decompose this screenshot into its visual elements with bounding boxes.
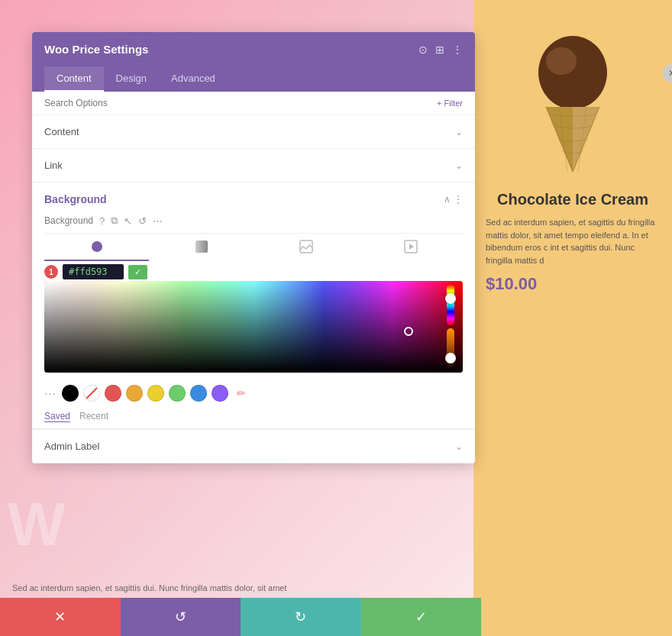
swatch-more-icon[interactable]: ···	[44, 386, 56, 402]
tab-content[interactable]: Content	[44, 66, 104, 92]
color-picker-wrap[interactable]	[44, 281, 463, 373]
swatch-yellow[interactable]	[147, 385, 164, 402]
search-bar: + Filter	[32, 92, 475, 115]
link-chevron-icon: ⌄	[455, 160, 463, 171]
collapse-icon[interactable]: ∧	[444, 194, 451, 205]
opacity-thumb	[445, 353, 456, 363]
swatch-blue[interactable]	[190, 385, 207, 402]
svg-point-0	[538, 36, 607, 109]
filter-button[interactable]: + Filter	[437, 98, 463, 108]
reset-button[interactable]: ↺	[121, 598, 241, 636]
bottom-bar: ✕ ↺ ↻ ✓	[0, 598, 481, 636]
link-section-label: Link	[44, 160, 63, 171]
hue-slider[interactable]	[447, 284, 454, 325]
swatch-red[interactable]	[105, 385, 121, 402]
tab-advanced[interactable]: Advanced	[159, 66, 228, 92]
help-icon[interactable]: ?	[99, 215, 105, 227]
product-image	[519, 23, 626, 176]
background-section: Background ∧ ⋮ Background ? ⧉ ↖ ↺ ⋯	[32, 182, 475, 429]
options-icon[interactable]: ⋯	[153, 215, 163, 227]
color-type-solid[interactable]	[44, 234, 149, 261]
columns-icon[interactable]: ⊞	[435, 44, 444, 56]
content-section-label: Content	[44, 126, 79, 137]
product-description: Sed ac interdum sapien, et sagittis du f…	[473, 208, 672, 274]
saved-recent-tabs: Saved Recent	[32, 408, 475, 428]
swatch-green[interactable]	[169, 385, 186, 402]
fullscreen-icon[interactable]: ⊙	[418, 44, 428, 56]
panel-tabs: Content Design Advanced	[32, 66, 475, 92]
redo-icon: ↻	[295, 609, 306, 625]
hue-thumb	[445, 293, 456, 304]
page-bottom-text: Sed ac interdum sapien, et sagittis dui.…	[0, 583, 481, 594]
background-section-header: Background ∧ ⋮	[32, 182, 475, 211]
confirm-button[interactable]: ✓	[361, 598, 482, 636]
background-more-icon[interactable]: ⋮	[454, 194, 463, 205]
more-icon[interactable]: ⋮	[452, 44, 463, 56]
y-decoration: W	[8, 489, 66, 560]
hex-input-row: 1 ✓	[44, 264, 463, 279]
settings-panel: Woo Price Settings ⊙ ⊞ ⋮ Content Design …	[32, 32, 475, 463]
panel-title: Woo Price Settings	[44, 43, 148, 56]
cursor-icon[interactable]: ↖	[124, 215, 132, 227]
svg-marker-12	[409, 244, 414, 250]
svg-point-8	[92, 241, 102, 252]
saved-tab[interactable]: Saved	[44, 411, 70, 422]
product-title: Chocolate Ice Cream	[497, 191, 648, 208]
hex-input[interactable]	[63, 264, 124, 279]
background-controls: Background ? ⧉ ↖ ↺ ⋯	[32, 211, 475, 233]
gradient-canvas[interactable]	[44, 281, 463, 373]
swatch-transparent[interactable]	[83, 385, 100, 402]
swatch-orange[interactable]	[126, 385, 143, 402]
gradient-overlay-black	[44, 281, 463, 373]
admin-label-section-header[interactable]: Admin Label ⌄	[32, 429, 475, 463]
color-type-image[interactable]	[254, 234, 358, 261]
product-image-wrap	[504, 15, 641, 183]
gradient-bg	[44, 281, 463, 373]
svg-rect-9	[195, 241, 208, 253]
cancel-icon: ✕	[54, 609, 66, 625]
content-section-header[interactable]: Content ⌄	[32, 115, 475, 149]
color-type-tabs	[44, 233, 463, 261]
reset-icon[interactable]: ↺	[138, 215, 147, 227]
swatches-row: ··· ✏	[32, 379, 475, 408]
background-section-icons: ∧ ⋮	[444, 194, 463, 205]
copy-icon[interactable]: ⧉	[111, 215, 118, 227]
redo-button[interactable]: ↻	[241, 598, 361, 636]
background-label: Background	[44, 215, 93, 226]
swatch-pencil-icon[interactable]: ✏	[233, 385, 250, 402]
panel-body: Content ⌄ Link ⌄ Background ∧ ⋮ Backgrou…	[32, 115, 475, 463]
product-panel: Chocolate Ice Cream Sed ac interdum sapi…	[473, 0, 672, 636]
admin-label-chevron-icon: ⌄	[455, 441, 463, 452]
color-type-gradient[interactable]	[149, 234, 254, 261]
panel-header: Woo Price Settings ⊙ ⊞ ⋮	[32, 32, 475, 66]
reset-icon: ↺	[175, 609, 186, 625]
svg-point-1	[546, 47, 577, 75]
confirm-icon: ✓	[415, 609, 427, 625]
opacity-slider[interactable]	[447, 328, 454, 370]
swatch-black[interactable]	[62, 385, 79, 402]
product-price: $10.00	[473, 274, 537, 294]
recent-tab[interactable]: Recent	[79, 411, 108, 422]
swatch-purple[interactable]	[212, 385, 228, 402]
admin-label-section-label: Admin Label	[44, 441, 99, 452]
panel-header-icons: ⊙ ⊞ ⋮	[418, 44, 463, 56]
tab-design[interactable]: Design	[104, 66, 159, 92]
background-section-title: Background	[44, 193, 107, 205]
cancel-button[interactable]: ✕	[0, 598, 121, 636]
content-chevron-icon: ⌄	[455, 127, 463, 137]
search-input[interactable]	[44, 98, 437, 108]
hex-confirm-button[interactable]: ✓	[128, 265, 147, 279]
step-badge: 1	[44, 265, 58, 279]
sliders-wrap	[444, 281, 457, 373]
link-section-header[interactable]: Link ⌄	[32, 149, 475, 182]
color-type-video[interactable]	[358, 234, 463, 261]
